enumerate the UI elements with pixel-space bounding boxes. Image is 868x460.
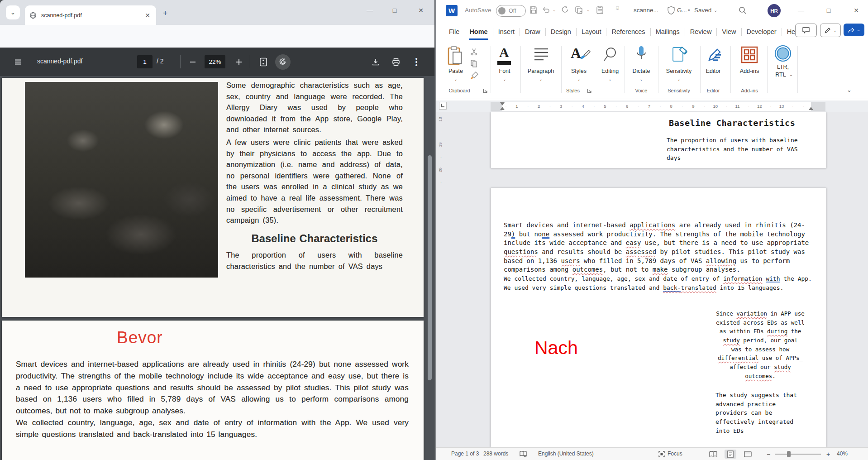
tab-references[interactable]: References xyxy=(606,25,650,38)
editing-label[interactable]: Editing xyxy=(601,68,619,74)
ltr-rtl-label-line1[interactable]: LTR, xyxy=(777,64,789,70)
save-icon[interactable] xyxy=(529,5,538,14)
nach-text[interactable]: Nach xyxy=(534,337,578,359)
comments-button[interactable] xyxy=(795,24,817,37)
copy-chevron-icon[interactable]: ⌄ xyxy=(587,8,590,12)
tab-stop-selector[interactable] xyxy=(439,102,447,110)
page-indicator[interactable]: Page 1 of 3 xyxy=(451,450,479,457)
redo-icon[interactable] xyxy=(561,5,570,14)
tab-developer[interactable]: Developer xyxy=(742,25,782,38)
read-mode-view-icon[interactable] xyxy=(707,450,719,459)
tab-insert[interactable]: Insert xyxy=(493,25,520,38)
editor-label[interactable]: Editor xyxy=(706,68,721,74)
styles-dialog-launcher-icon[interactable] xyxy=(587,88,592,93)
paste-label[interactable]: Paste xyxy=(448,68,463,74)
pdf-print-icon[interactable] xyxy=(390,56,402,68)
pdf-zoom-out-icon[interactable] xyxy=(186,56,199,68)
editing-chevron-icon[interactable]: ⌄ xyxy=(608,77,612,81)
pdf-rotate-icon[interactable] xyxy=(275,54,291,70)
document-title[interactable]: scanne... xyxy=(634,7,658,14)
copy-icon[interactable] xyxy=(574,5,583,14)
undo-icon[interactable] xyxy=(542,5,551,14)
proofing-icon[interactable] xyxy=(520,450,527,457)
dictate-chevron-icon[interactable]: ⌄ xyxy=(639,77,643,81)
sensitivity-icon[interactable] xyxy=(671,45,688,64)
dictate-label[interactable]: Dictate xyxy=(633,68,650,74)
font-chevron-icon[interactable]: ⌄ xyxy=(503,77,506,81)
pdf-download-icon[interactable] xyxy=(369,56,382,68)
quick-access-overflow-icon[interactable]: ⍌ xyxy=(616,5,619,11)
tab-design[interactable]: Design xyxy=(546,25,576,38)
collapse-ribbon-chevron-icon[interactable]: ⌄ xyxy=(847,86,852,93)
saved-status[interactable]: Saved xyxy=(694,7,711,14)
sensitivity-label[interactable]: Sensitivity xyxy=(666,68,692,74)
chrome-minimize-button[interactable]: — xyxy=(362,5,377,16)
styles-label[interactable]: Styles xyxy=(571,68,587,74)
pdf-zoom-in-icon[interactable] xyxy=(233,56,245,68)
pdf-fit-page-icon[interactable] xyxy=(257,56,270,68)
clipboard-dialog-launcher-icon[interactable] xyxy=(483,88,488,93)
pdf-more-icon[interactable]: ••• xyxy=(410,56,423,68)
chrome-maximize-button[interactable]: □ xyxy=(387,5,402,16)
addins-icon[interactable] xyxy=(740,46,758,64)
word-maximize-button[interactable]: □ xyxy=(821,5,836,16)
autosave-toggle[interactable]: Off xyxy=(496,5,526,17)
tab-review[interactable]: Review xyxy=(685,25,717,38)
tab-home[interactable]: Home xyxy=(464,25,492,38)
first-line-indent-marker[interactable] xyxy=(500,102,505,105)
zoom-in-button[interactable]: + xyxy=(826,450,830,458)
editor-icon[interactable] xyxy=(706,46,724,64)
zoom-slider-thumb[interactable] xyxy=(787,451,791,457)
styles-chevron-icon[interactable]: ⌄ xyxy=(577,77,581,81)
word-page-2[interactable]: Smart devices and internet-based applica… xyxy=(491,188,826,447)
tab-draw[interactable]: Draw xyxy=(520,25,545,38)
paste-icon[interactable] xyxy=(447,46,463,67)
paragraph-chevron-icon[interactable]: ⌄ xyxy=(539,77,543,81)
pdf-page-input[interactable]: 1 xyxy=(137,55,153,68)
paragraph-label[interactable]: Paragraph xyxy=(528,68,554,74)
right-indent-marker[interactable] xyxy=(809,107,813,110)
copy-small-icon[interactable] xyxy=(470,59,478,68)
focus-button[interactable]: Focus xyxy=(668,450,682,457)
zoom-out-button[interactable]: − xyxy=(767,450,770,458)
undo-chevron-icon[interactable]: ⌄ xyxy=(553,8,556,12)
word-account-avatar[interactable]: HR xyxy=(768,4,781,17)
web-layout-view-icon[interactable] xyxy=(742,450,754,459)
hanging-indent-marker[interactable] xyxy=(500,107,505,110)
word-count[interactable]: 288 words xyxy=(483,450,508,457)
tab-file[interactable]: File xyxy=(444,25,464,38)
protection-shield-icon[interactable] xyxy=(667,6,675,15)
zoom-slider[interactable] xyxy=(775,454,821,455)
right-column-paragraph-2[interactable]: The study suggests thatadvanced practice… xyxy=(715,391,797,435)
tab-close-icon[interactable]: ✕ xyxy=(143,11,152,19)
word-page-1[interactable]: Baseline Characteristics The proportion … xyxy=(491,112,826,168)
pdf-zoom-level[interactable]: 22% xyxy=(205,55,225,68)
share-button[interactable]: ⌄ xyxy=(844,24,864,36)
horizontal-ruler[interactable]: ·1·2·3·4·5·6·7·8·9·10·11·12·13·· xyxy=(491,102,825,111)
main-paragraph[interactable]: Smart devices and internet-based applica… xyxy=(504,221,812,292)
editing-mode-button[interactable]: ⌄ xyxy=(820,24,841,37)
sensitivity-chevron-icon[interactable]: ⌄ xyxy=(677,77,681,81)
cut-icon[interactable] xyxy=(470,48,478,56)
ltr-rtl-chevron-icon[interactable]: ⌄ xyxy=(789,72,793,77)
pdf-scrollbar[interactable] xyxy=(428,155,432,380)
font-label[interactable]: Font xyxy=(499,68,510,74)
vertical-ruler[interactable]: 18·19·20· xyxy=(436,112,448,447)
format-painter-icon[interactable] xyxy=(469,71,479,81)
saved-chevron-icon[interactable]: ⌄ xyxy=(714,8,717,13)
tab-view[interactable]: View xyxy=(717,25,741,38)
ltr-rtl-icon[interactable] xyxy=(773,44,792,63)
new-tab-button[interactable]: + xyxy=(159,7,171,19)
ltr-rtl-label-line2[interactable]: RTL xyxy=(775,72,786,78)
addins-label[interactable]: Add-ins xyxy=(740,68,759,74)
search-icon[interactable] xyxy=(738,6,747,15)
language-indicator[interactable]: English (United States) xyxy=(538,450,594,457)
browser-tab[interactable]: scanned-pdf.pdf ✕ xyxy=(25,5,156,25)
chrome-close-button[interactable]: ✕ xyxy=(413,5,429,16)
paste-special-icon[interactable] xyxy=(595,5,605,15)
tab-layout[interactable]: Layout xyxy=(577,25,606,38)
dictate-icon[interactable] xyxy=(635,45,647,63)
word-close-button[interactable]: ✕ xyxy=(849,5,864,16)
pdf-menu-icon[interactable] xyxy=(12,56,24,68)
tab-mailings[interactable]: Mailings xyxy=(651,25,685,38)
